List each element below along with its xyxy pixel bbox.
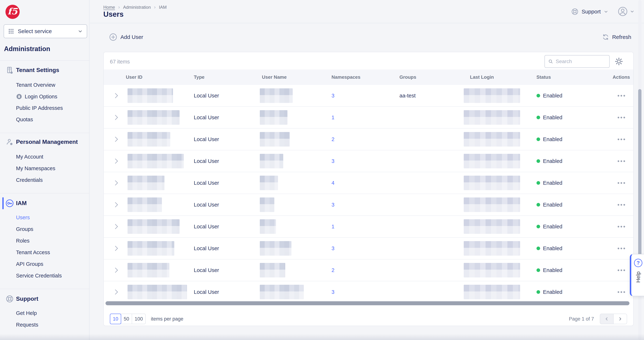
row-expander[interactable]	[104, 85, 126, 106]
row-expander[interactable]	[104, 129, 126, 150]
row-expander[interactable]	[104, 260, 126, 281]
chevron-down-icon	[78, 29, 83, 34]
namespaces-count-link[interactable]: 3	[332, 202, 334, 208]
user-type-cell: Local User	[194, 85, 260, 106]
row-expander[interactable]	[104, 172, 126, 194]
namespaces-count-link[interactable]: 2	[332, 136, 334, 142]
sidebar-item-tenant-access[interactable]: Tenant Access	[16, 248, 50, 257]
search-input[interactable]	[556, 58, 606, 64]
chevron-right-icon	[618, 316, 623, 322]
header-user-name[interactable]: User Name	[260, 69, 332, 85]
namespaces-count-link[interactable]: 2	[332, 267, 334, 273]
status-cell: Enabled	[536, 85, 609, 106]
namespaces-count-link[interactable]: 1	[332, 115, 334, 121]
sidebar-item-api-groups[interactable]: API Groups	[16, 260, 43, 268]
header-status[interactable]: Status	[536, 69, 609, 85]
row-actions-button[interactable]	[616, 136, 627, 143]
sidebar-item-my-namespaces[interactable]: My Namespaces	[16, 164, 55, 173]
row-actions-button[interactable]	[616, 289, 627, 296]
namespaces-count-link[interactable]: 4	[332, 180, 334, 186]
redacted-last-login	[464, 219, 520, 234]
next-page-button[interactable]	[613, 314, 627, 324]
row-expander[interactable]	[104, 216, 126, 237]
select-service-dropdown[interactable]: Select service	[4, 24, 87, 38]
row-expander[interactable]	[104, 107, 126, 128]
namespaces-count-link[interactable]: 3	[332, 93, 334, 99]
row-actions-button[interactable]	[616, 245, 627, 252]
redacted-user-name	[260, 285, 304, 299]
help-tab[interactable]: ? Help	[630, 254, 644, 296]
page-size-100[interactable]: 100	[132, 314, 146, 324]
header-last-login[interactable]: Last Login	[464, 69, 536, 85]
sidebar-item-quotas[interactable]: Quotas	[16, 115, 33, 124]
sidebar-item-get-help[interactable]: Get Help	[16, 309, 37, 318]
page-size-50[interactable]: 50	[121, 314, 132, 324]
support-menu[interactable]: Support	[571, 6, 608, 17]
row-expander[interactable]	[104, 238, 126, 259]
divider	[0, 289, 89, 289]
header-groups[interactable]: Groups	[400, 69, 464, 85]
row-actions-button[interactable]	[616, 114, 627, 121]
namespaces-count-link[interactable]: 3	[332, 289, 334, 295]
sidebar-item-groups[interactable]: Groups	[16, 225, 33, 234]
redacted-user-id	[128, 197, 162, 212]
user-menu[interactable]	[618, 6, 634, 17]
redacted-user-name	[260, 219, 276, 234]
add-user-button[interactable]: Add User	[109, 31, 143, 43]
redacted-user-id	[128, 88, 173, 103]
row-actions-button[interactable]	[616, 201, 627, 208]
sidebar-item-roles[interactable]: Roles	[16, 236, 30, 245]
sidebar-item-service-credentials[interactable]: Service Credentials	[16, 271, 62, 280]
namespaces-count-link[interactable]: 3	[332, 158, 334, 164]
namespaces-count-link[interactable]: 1	[332, 224, 334, 230]
row-actions-button[interactable]	[616, 158, 627, 165]
sidebar-item-public-ip-addresses[interactable]: Public IP Addresses	[16, 104, 63, 112]
page-size-10[interactable]: 10	[110, 314, 121, 324]
vertical-scrollbar[interactable]	[638, 89, 642, 257]
row-expander[interactable]	[104, 281, 126, 301]
sidebar-section-personal-management[interactable]: Personal Management	[16, 137, 78, 146]
refresh-button[interactable]: Refresh	[602, 31, 631, 43]
redacted-user-name	[260, 176, 278, 190]
breadcrumb-home[interactable]: Home	[103, 5, 115, 10]
groups-cell	[400, 281, 464, 301]
sidebar-section-iam[interactable]: IAM	[16, 199, 27, 207]
user-type-cell: Local User	[194, 129, 260, 150]
redacted-user-name	[260, 132, 290, 147]
row-actions-button[interactable]	[616, 92, 627, 99]
sidebar-item-users[interactable]: Users	[16, 213, 30, 222]
chevron-right-icon	[114, 267, 119, 273]
sidebar-item-credentials[interactable]: Credentials	[16, 176, 43, 184]
prev-page-button[interactable]	[600, 314, 614, 324]
row-actions-button[interactable]	[616, 223, 627, 230]
chevron-right-icon	[114, 158, 119, 164]
horizontal-scrollbar[interactable]	[106, 301, 630, 305]
sidebar-item-login-options[interactable]: Login Options	[16, 92, 57, 101]
f5-logo[interactable]: f5	[6, 5, 20, 19]
pager: Page 1 of 7	[569, 314, 627, 324]
chevron-right-icon	[114, 245, 119, 252]
breadcrumb: Home Administration IAM	[103, 4, 167, 10]
redacted-user-name	[260, 154, 283, 168]
row-expander[interactable]	[104, 194, 126, 215]
gear-icon[interactable]	[615, 57, 623, 66]
sidebar-item-requests[interactable]: Requests	[16, 320, 38, 329]
status-label: Enabled	[543, 246, 562, 252]
row-actions-button[interactable]	[616, 180, 627, 186]
redacted-last-login	[464, 88, 520, 103]
sidebar-section-support[interactable]: Support	[16, 294, 38, 303]
users-table-card: 67 items User ID Type User Name Namespac…	[103, 52, 634, 326]
page-size-group: 10 50 100	[110, 314, 146, 324]
sidebar-item-my-account[interactable]: My Account	[16, 152, 43, 161]
status-dot	[536, 203, 540, 207]
header-user-id[interactable]: User ID	[126, 69, 194, 85]
namespaces-count-link[interactable]: 3	[332, 246, 334, 252]
row-expander[interactable]	[104, 150, 126, 172]
table-row: Local User 3 Enabled	[104, 194, 633, 216]
header-type[interactable]: Type	[194, 69, 260, 85]
sidebar-item-tenant-overview[interactable]: Tenant Overview	[16, 80, 55, 89]
row-actions-button[interactable]	[616, 267, 627, 274]
sidebar-section-tenant-settings[interactable]: Tenant Settings	[16, 66, 59, 74]
lifebuoy-icon	[6, 295, 14, 303]
header-namespaces[interactable]: Namespaces	[332, 69, 399, 85]
